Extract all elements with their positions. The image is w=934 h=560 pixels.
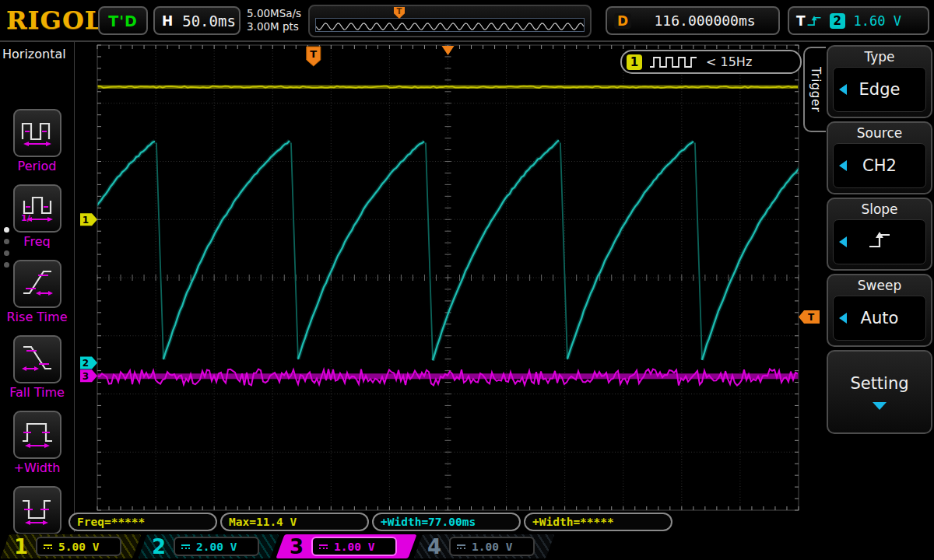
channel-2-status[interactable]: 22.00 V [138, 534, 279, 558]
top-status-bar: RIGOL T'D H 50.0ms 5.00MSa/s 3.00M pts T… [0, 0, 934, 42]
plus-width-icon-button[interactable] [13, 411, 61, 459]
channel-scale-value: 1.00 V [472, 541, 512, 553]
svg-text:2: 2 [83, 358, 89, 369]
ch2-trace [163, 141, 290, 359]
ch1-badge-text: < 15Hz [706, 54, 752, 69]
plus-width-icon [19, 416, 55, 453]
menu-softkey-value: Edge [859, 80, 901, 99]
menu-softkey-label: Source [828, 123, 931, 142]
preview-trigger-position-marker[interactable]: T [394, 7, 405, 19]
channel-scale-chip: 2.00 V [174, 537, 259, 556]
channel-number: 3 [288, 535, 305, 558]
trigger-status-button[interactable]: T'D [98, 6, 148, 35]
delay-readout-button[interactable]: D 116.000000ms [606, 6, 780, 35]
freq-icon: 1/ [19, 190, 55, 227]
channel-4-status[interactable]: 41.00 V [413, 534, 554, 558]
trigger-status-text: T'D [108, 12, 138, 30]
page-indicator-dot [4, 262, 9, 268]
menu-softkey-label: Slope [828, 199, 931, 219]
svg-text:3: 3 [83, 371, 89, 382]
channel-status-bar: 15.00 V22.00 V31.00 V41.00 V [0, 534, 934, 560]
waveform-preview-bar[interactable]: T [308, 5, 592, 37]
channel-scale-chip: 5.00 V [36, 537, 121, 556]
ch2-trace [702, 142, 803, 360]
channel-scale-value: 5.00 V [58, 541, 99, 553]
delay-value: 116.000000ms [655, 12, 756, 29]
oscilloscope-ui: RIGOL T'D H 50.0ms 5.00MSa/s 3.00M pts T… [0, 0, 934, 560]
trigger-menu: Trigger TypeEdgeSourceCH2SlopeSweepAutoS… [803, 42, 934, 532]
freq-icon-button[interactable]: 1/ [13, 184, 61, 233]
rise-time-icon [19, 265, 55, 303]
trigger-level-value: 1.60 V [854, 13, 901, 29]
channel-number: 4 [426, 535, 443, 558]
dc-coupling-icon [319, 544, 328, 549]
fall-time-icon-button[interactable] [13, 335, 61, 383]
square-wave-icon [649, 55, 699, 69]
trigger-source-chip: 2 [830, 13, 845, 29]
delay-label: D [614, 13, 631, 29]
chevron-down-icon [873, 402, 887, 410]
channel-number: 1 [12, 535, 30, 558]
measurement-readout-3[interactable]: +Width=77.00ms [372, 513, 521, 531]
menu-softkey-label: Type [828, 47, 931, 66]
menu-softkey-value: CH2 [862, 156, 897, 175]
measurement-readout-2[interactable]: Max=11.4 V [220, 513, 369, 531]
horizontal-scale-button[interactable]: H 50.0ms [153, 6, 241, 35]
rigol-logo: RIGOL [6, 5, 103, 35]
rise-time-icon-button[interactable] [13, 260, 61, 308]
waveform-preview-window[interactable] [315, 18, 585, 32]
period-icon [19, 114, 55, 152]
channel-number: 2 [150, 535, 167, 558]
trigger-menu-tab-label: Trigger [809, 67, 823, 113]
measurement-readout-4[interactable]: +Width=***** [524, 513, 672, 531]
dc-coupling-icon [181, 544, 190, 549]
channel-scale-chip: 1.00 V [311, 537, 397, 556]
svg-text:T: T [310, 48, 317, 60]
svg-text:1: 1 [83, 215, 89, 226]
ch2-trace [567, 142, 693, 359]
minus-width-icon-button[interactable] [13, 486, 61, 534]
channel-zero-markers: 123 [80, 213, 97, 382]
channel-1-status[interactable]: 15.00 V [0, 534, 141, 558]
menu-item-label: Freq [0, 234, 74, 249]
trigger-menu-sweep-button[interactable]: SweepAuto [827, 274, 932, 347]
scope-graticule-and-traces: 123T [75, 42, 803, 534]
minus-width-icon [19, 492, 55, 529]
horizontal-label: H [162, 13, 173, 29]
menu-item-fall-time[interactable]: Fall Time [0, 335, 74, 400]
channel-scale-value: 2.00 V [196, 541, 237, 553]
page-indicator-dot [4, 227, 9, 233]
ch2-trace [298, 142, 424, 359]
channel-3-status[interactable]: 31.00 V [276, 534, 416, 558]
menu-softkey-label: Setting [850, 374, 908, 393]
menu-item--width[interactable]: +Width [0, 411, 74, 475]
trigger-menu-slope-button[interactable]: Slope [827, 198, 932, 271]
menu-item-rise-time[interactable]: Rise Time [0, 260, 74, 324]
trigger-position-marker[interactable]: T [307, 47, 321, 66]
chevron-left-icon [839, 236, 847, 247]
channel-scale-value: 1.00 V [334, 541, 374, 553]
page-indicator-dot [4, 239, 9, 244]
rising-edge-icon [806, 13, 823, 29]
trigger-label: T [796, 13, 806, 29]
menu-softkey-label: Sweep [828, 275, 931, 295]
menu-item-freq[interactable]: 1/Freq [0, 184, 74, 249]
measurement-readout-1[interactable]: Freq=***** [68, 513, 217, 531]
scope-display: 123T 1 < 15Hz [75, 42, 803, 534]
trigger-menu-tab: Trigger [803, 47, 826, 132]
left-menu-title: Horizontal [2, 47, 66, 61]
trigger-menu-setting-button[interactable]: Setting [827, 350, 932, 434]
horizontal-measure-menu: Horizontal Period1/FreqRise TimeFall Tim… [0, 42, 75, 532]
preview-waveform-icon [316, 19, 585, 34]
trigger-readout-button[interactable]: T 2 1.60 V [788, 6, 929, 35]
rising-edge-icon [866, 230, 893, 254]
chevron-left-icon [839, 160, 847, 171]
trigger-menu-type-button[interactable]: TypeEdge [827, 45, 932, 118]
menu-softkey-value: Auto [861, 309, 899, 327]
menu-item-period[interactable]: Period [0, 109, 74, 173]
acquisition-info: 5.00MSa/s 3.00M pts [247, 7, 301, 33]
period-icon-button[interactable] [13, 109, 61, 157]
trigger-menu-source-button[interactable]: SourceCH2 [827, 121, 932, 194]
delay-center-marker[interactable] [442, 46, 455, 55]
sample-rate: 5.00MSa/s [247, 7, 301, 20]
